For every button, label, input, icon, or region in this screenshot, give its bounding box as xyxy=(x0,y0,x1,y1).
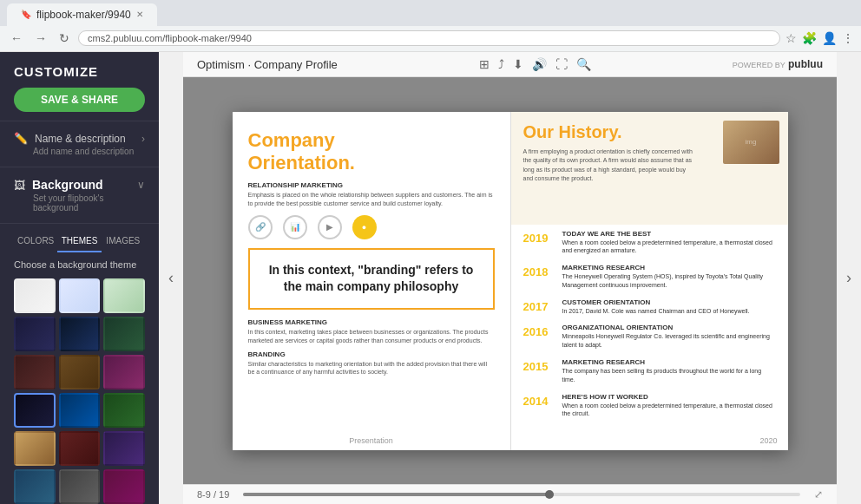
theme-swatch-16[interactable] xyxy=(14,469,56,504)
theme-swatch-11[interactable] xyxy=(59,393,101,428)
edit-icon: ✏️ xyxy=(14,132,28,145)
book-spread: Company Orientation. RELATIONSHIP MARKET… xyxy=(233,112,788,450)
yellow-dot: ● xyxy=(352,215,377,239)
bottom-bar: 8-9 / 19 ⤢ xyxy=(183,484,837,504)
share-icon[interactable]: ⤴ xyxy=(498,57,504,71)
content-title: Optimism · Company Profile xyxy=(197,58,338,71)
section1-text: Emphasis is placed on the whole relation… xyxy=(248,191,495,208)
url-text: cms2.publuu.com/flipbook-maker/9940 xyxy=(88,33,252,43)
theme-grid xyxy=(0,275,159,504)
grid-icon[interactable]: ⊞ xyxy=(479,57,490,71)
play-icon[interactable]: ▶ xyxy=(318,215,342,239)
icon-row: 🔗 📊 ▶ ● xyxy=(248,215,495,239)
theme-swatch-3[interactable] xyxy=(103,278,145,313)
expand-icon[interactable]: ⤢ xyxy=(814,488,823,501)
back-button[interactable]: ← xyxy=(7,29,26,47)
powered-label: POWERED BY xyxy=(733,61,785,69)
bg-tabs-bar: COLORS THEMES IMAGES xyxy=(0,224,159,252)
left-arrow-area[interactable]: ‹ xyxy=(159,52,183,504)
timeline-text-2014: HERE'S HOW IT WORKED When a room cooled … xyxy=(562,393,776,419)
name-desc-sub: Add name and description xyxy=(14,147,145,156)
sidebar-title: CUSTOMIZE xyxy=(14,64,145,79)
menu-icon[interactable]: ⋮ xyxy=(842,31,854,45)
prev-page-button[interactable]: ‹ xyxy=(168,269,174,287)
zoom-icon[interactable]: 🔍 xyxy=(576,57,591,71)
timeline-text-2019: TODAY WE ARE THE BEST When a room cooled… xyxy=(562,230,776,256)
theme-swatch-14[interactable] xyxy=(59,431,101,466)
sidebar-item-name-desc[interactable]: ✏️ Name & description › Add name and des… xyxy=(0,121,159,167)
timeline-area: 2019 TODAY WE ARE THE BEST When a room c… xyxy=(511,225,788,433)
page-indicator: 8-9 / 19 xyxy=(197,489,229,500)
year-2015: 2015 xyxy=(523,358,554,384)
name-desc-label: Name & description xyxy=(35,133,126,145)
save-share-button[interactable]: SAVE & SHARE xyxy=(14,88,145,112)
sound-icon[interactable]: 🔊 xyxy=(532,57,547,71)
progress-handle[interactable] xyxy=(545,490,554,499)
highlight-box: In this context, "branding" refers to th… xyxy=(248,248,495,310)
theme-swatch-7[interactable] xyxy=(14,355,56,389)
sidebar-item-background[interactable]: 🖼 Background ∨ Set your flipbook's backg… xyxy=(0,167,159,224)
theme-swatch-4[interactable] xyxy=(14,317,56,351)
theme-swatch-15[interactable] xyxy=(103,431,145,466)
theme-swatch-2[interactable] xyxy=(59,278,101,313)
extension-icon[interactable]: 🧩 xyxy=(802,31,817,45)
next-page-button[interactable]: › xyxy=(846,269,851,287)
tab-images[interactable]: IMAGES xyxy=(102,231,145,252)
section2-title: BUSINESS MARKETING xyxy=(248,318,495,326)
year-2018: 2018 xyxy=(523,264,554,290)
tab-colors[interactable]: COLORS xyxy=(14,231,57,252)
name-desc-label-row: ✏️ Name & description xyxy=(14,132,126,145)
address-bar[interactable]: cms2.publuu.com/flipbook-maker/9940 xyxy=(78,30,780,46)
fullscreen-icon[interactable]: ⛶ xyxy=(555,57,568,71)
timeline-text-2018: MARKETING RESEARCH The Honeywell Operati… xyxy=(562,264,776,290)
theme-swatch-18[interactable] xyxy=(103,469,145,504)
download-icon[interactable]: ⬇ xyxy=(513,57,523,71)
right-page-top: Our History. img A firm employing a prod… xyxy=(511,112,788,225)
tab-favicon: 🔖 xyxy=(21,10,31,19)
background-label: Background xyxy=(32,178,103,192)
toolbar-tools: ⊞ ⤴ ⬇ 🔊 ⛶ 🔍 xyxy=(479,57,591,71)
year-2017: 2017 xyxy=(523,298,554,316)
main-layout: CUSTOMIZE SAVE & SHARE ✏️ Name & descrip… xyxy=(0,52,861,504)
timeline-item-2018: 2018 MARKETING RESEARCH The Honeywell Op… xyxy=(523,264,776,290)
link-icon[interactable]: 🔗 xyxy=(248,215,273,239)
section3-title: BRANDING xyxy=(248,350,495,358)
right-body-text: A firm employing a product orientation i… xyxy=(523,147,697,184)
right-arrow-area[interactable]: › xyxy=(837,52,861,504)
chevron-down-icon: ∨ xyxy=(137,179,145,191)
theme-swatch-6[interactable] xyxy=(103,317,145,351)
theme-swatch-5[interactable] xyxy=(59,317,101,351)
progress-bar-track-container[interactable] xyxy=(243,493,800,496)
browser-chrome: 🔖 flipbook-maker/9940 ✕ ← → ↻ cms2.publu… xyxy=(0,0,861,52)
timeline-item-2016: 2016 ORGANIZATIONAL ORIENTATION Minneapo… xyxy=(523,324,776,350)
refresh-button[interactable]: ↻ xyxy=(56,29,73,47)
timeline-item-2014: 2014 HERE'S HOW IT WORKED When a room co… xyxy=(523,393,776,419)
section1-title: RELATIONSHIP MARKETING xyxy=(248,181,495,189)
forward-button[interactable]: → xyxy=(31,29,50,47)
profile-icon[interactable]: 👤 xyxy=(822,31,837,45)
chart-icon[interactable]: 📊 xyxy=(283,215,307,239)
active-tab[interactable]: 🔖 flipbook-maker/9940 ✕ xyxy=(7,3,157,26)
star-icon[interactable]: ☆ xyxy=(785,31,797,45)
tab-themes[interactable]: THEMES xyxy=(57,231,101,252)
theme-swatch-12[interactable] xyxy=(103,393,145,428)
sidebar: CUSTOMIZE SAVE & SHARE ✏️ Name & descrip… xyxy=(0,52,159,504)
year-footer: 2020 xyxy=(759,436,777,445)
theme-swatch-13[interactable] xyxy=(14,431,56,466)
background-sub: Set your flipbook's background xyxy=(14,193,145,213)
year-2019: 2019 xyxy=(523,230,554,256)
browser-toolbar-icons: ☆ 🧩 👤 ⋮ xyxy=(785,31,854,45)
timeline-text-2017: CUSTOMER ORIENTATION In 2017, David M. C… xyxy=(562,298,750,316)
theme-swatch-9[interactable] xyxy=(103,355,145,389)
left-page-content: Company Orientation. RELATIONSHIP MARKET… xyxy=(233,112,510,450)
theme-swatch-8[interactable] xyxy=(59,355,101,389)
name-desc-header: ✏️ Name & description › xyxy=(14,132,145,145)
theme-label: Choose a background theme xyxy=(0,252,159,275)
theme-swatch-1[interactable] xyxy=(14,278,56,313)
chevron-right-icon: › xyxy=(141,133,145,145)
timeline-item-2019: 2019 TODAY WE ARE THE BEST When a room c… xyxy=(523,230,776,256)
theme-swatch-10[interactable] xyxy=(14,393,56,428)
theme-swatch-17[interactable] xyxy=(59,469,101,504)
tab-close-icon[interactable]: ✕ xyxy=(136,10,143,19)
background-header: 🖼 Background ∨ xyxy=(14,178,145,192)
